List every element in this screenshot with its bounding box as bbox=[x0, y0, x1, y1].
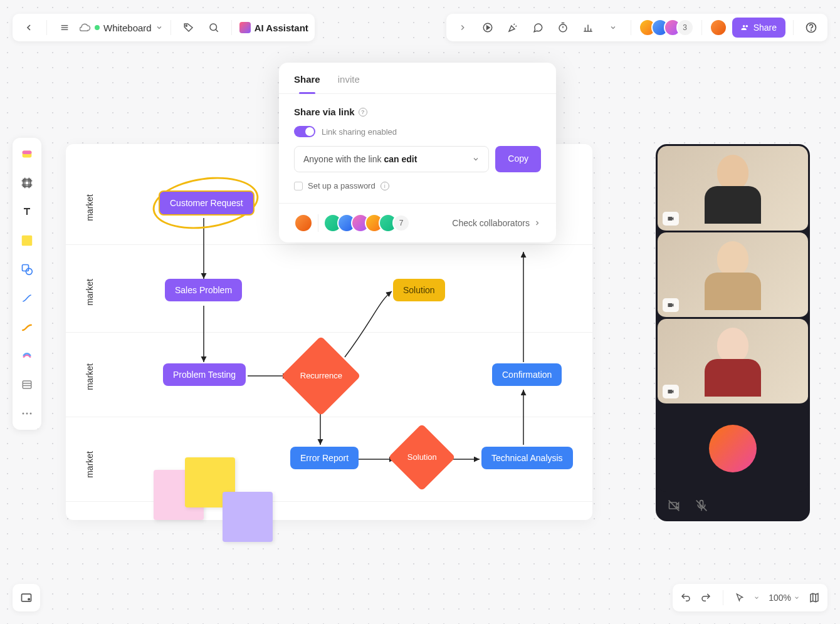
undo-button[interactable] bbox=[680, 592, 691, 603]
svg-marker-7 bbox=[486, 26, 490, 29]
node-error-report[interactable]: Error Report bbox=[290, 447, 359, 469]
svg-point-34 bbox=[23, 413, 24, 415]
tab-invite[interactable]: invite bbox=[338, 74, 360, 93]
topbar-right: 3 Share bbox=[446, 14, 827, 41]
copy-link-button[interactable]: Copy bbox=[495, 146, 541, 172]
ai-assistant-label: AI Assistant bbox=[255, 23, 308, 33]
info-icon[interactable]: ? bbox=[359, 108, 367, 117]
bottom-toolbar: 100% bbox=[673, 584, 827, 611]
node-solution-top[interactable]: Solution bbox=[393, 279, 445, 301]
document-name[interactable]: Whiteboard bbox=[80, 22, 163, 33]
row-label: market bbox=[85, 363, 95, 390]
sticky-note[interactable] bbox=[223, 492, 273, 542]
avatar-overflow-count: 3 bbox=[676, 19, 694, 36]
zoom-control[interactable]: 100% bbox=[769, 593, 800, 603]
present-button[interactable] bbox=[478, 18, 498, 38]
collaborator-count: 7 bbox=[392, 214, 410, 232]
camera-icon bbox=[663, 298, 679, 312]
ai-logo-icon bbox=[239, 22, 251, 33]
node-sales-problem[interactable]: Sales Problem bbox=[165, 279, 242, 301]
menu-button[interactable] bbox=[55, 18, 75, 38]
sticky-tool[interactable] bbox=[17, 231, 37, 251]
expand-button[interactable] bbox=[453, 18, 473, 38]
node-technical-analysis[interactable]: Technical Analysis bbox=[481, 447, 573, 469]
collaborator-avatars: 7 bbox=[294, 214, 410, 232]
redo-button[interactable] bbox=[700, 592, 711, 603]
presence-avatars[interactable]: 3 bbox=[639, 19, 694, 36]
search-button[interactable] bbox=[204, 18, 224, 38]
pen-tool[interactable] bbox=[17, 317, 37, 337]
camera-icon bbox=[663, 385, 679, 398]
feedback-button[interactable] bbox=[13, 584, 40, 611]
connector-tool[interactable] bbox=[17, 288, 37, 308]
info-icon[interactable]: i bbox=[381, 182, 389, 190]
timer-button[interactable] bbox=[553, 18, 573, 38]
comment-button[interactable] bbox=[528, 18, 548, 38]
share-button[interactable]: Share bbox=[732, 18, 785, 38]
svg-point-49 bbox=[28, 598, 30, 600]
row-label: market bbox=[85, 194, 95, 221]
share-popover: Share invite Share via link ? Link shari… bbox=[279, 63, 556, 242]
toggle-label: Link sharing enabled bbox=[322, 127, 397, 137]
svg-rect-28 bbox=[22, 236, 33, 246]
help-button[interactable] bbox=[801, 18, 821, 38]
highlighter-tool[interactable] bbox=[17, 346, 37, 366]
cursor-button[interactable] bbox=[735, 593, 745, 603]
minimap-button[interactable] bbox=[809, 592, 820, 603]
self-avatar bbox=[709, 425, 757, 472]
svg-point-18 bbox=[811, 30, 812, 31]
video-call-panel bbox=[656, 144, 810, 521]
row-label: market bbox=[85, 451, 95, 478]
node-recurrence[interactable]: Recurrence bbox=[281, 336, 360, 415]
node-solution-bottom[interactable]: Solution bbox=[388, 424, 455, 491]
document-name-text: Whiteboard bbox=[103, 23, 152, 33]
camera-icon bbox=[663, 212, 679, 226]
topbar-left: Whiteboard AI Assistant bbox=[13, 14, 315, 41]
row-label: market bbox=[85, 279, 95, 306]
video-tile-self[interactable] bbox=[658, 405, 808, 492]
zoom-value: 100% bbox=[769, 593, 791, 603]
ai-assistant-button[interactable]: AI Assistant bbox=[239, 22, 308, 33]
node-customer-request[interactable]: Customer Request bbox=[159, 190, 255, 216]
mic-off-button[interactable] bbox=[695, 499, 708, 512]
svg-point-3 bbox=[186, 25, 187, 26]
video-tile[interactable] bbox=[658, 232, 808, 319]
table-tool[interactable] bbox=[17, 375, 37, 395]
video-tile[interactable] bbox=[658, 319, 808, 405]
node-problem-testing[interactable]: Problem Testing bbox=[163, 363, 246, 386]
svg-point-30 bbox=[26, 268, 32, 274]
node-confirmation[interactable]: Confirmation bbox=[492, 363, 562, 386]
link-sharing-toggle[interactable] bbox=[294, 126, 315, 137]
svg-line-9 bbox=[515, 26, 517, 27]
share-button-label: Share bbox=[753, 23, 777, 33]
more-tools[interactable] bbox=[17, 403, 37, 424]
shape-tool[interactable] bbox=[17, 259, 37, 279]
frame-tool[interactable] bbox=[17, 173, 37, 193]
chart-button[interactable] bbox=[578, 18, 598, 38]
current-user-avatar[interactable] bbox=[710, 19, 727, 36]
check-collaborators-link[interactable]: Check collaborators bbox=[452, 218, 541, 228]
side-toolbar bbox=[13, 138, 41, 430]
svg-line-5 bbox=[216, 29, 218, 32]
tab-share[interactable]: Share bbox=[294, 74, 320, 93]
svg-point-4 bbox=[210, 24, 217, 31]
svg-rect-31 bbox=[23, 381, 31, 388]
tag-button[interactable] bbox=[179, 18, 199, 38]
avatar bbox=[294, 214, 313, 232]
select-tool[interactable] bbox=[17, 144, 37, 164]
more-apps-button[interactable] bbox=[603, 18, 623, 38]
text-tool[interactable] bbox=[17, 202, 37, 222]
permission-select[interactable]: Anyone with the link can edit bbox=[294, 146, 489, 172]
svg-line-8 bbox=[513, 24, 515, 25]
password-checkbox[interactable] bbox=[294, 182, 303, 190]
camera-off-button[interactable] bbox=[668, 499, 680, 512]
password-label: Set up a password bbox=[308, 181, 375, 190]
svg-point-35 bbox=[26, 413, 28, 415]
video-tile[interactable] bbox=[658, 146, 808, 232]
svg-point-36 bbox=[30, 413, 32, 415]
share-heading: Share via link bbox=[294, 107, 355, 117]
confetti-button[interactable] bbox=[503, 18, 523, 38]
back-button[interactable] bbox=[19, 18, 39, 38]
svg-rect-20 bbox=[23, 151, 32, 155]
svg-rect-29 bbox=[23, 265, 29, 271]
